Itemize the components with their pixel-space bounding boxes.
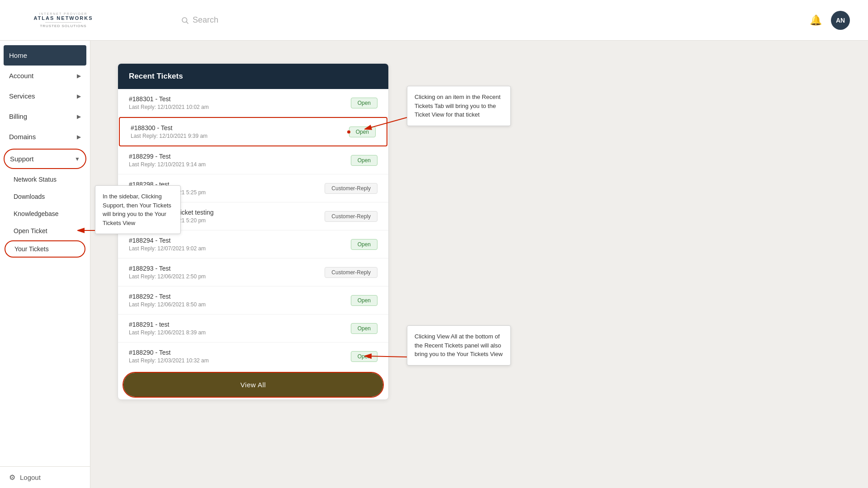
sidebar-domains-arrow: ▶ (77, 134, 81, 140)
ticket-row-0[interactable]: #188301 - Test Last Reply: 12/10/2021 10… (118, 89, 388, 117)
notification-bell-icon[interactable]: 🔔 (810, 14, 822, 26)
ticket-badge-5: Open (351, 239, 377, 250)
sidebar-home-label: Home (9, 52, 27, 59)
ticket-title-6: #188293 - Test (129, 265, 206, 272)
ticket-title-8: #188291 - test (129, 321, 206, 328)
sidebar-item-home[interactable]: Home (4, 45, 86, 66)
sidebar-open-ticket-label: Open Ticket (14, 227, 47, 235)
ticket-badge-2: Open (351, 155, 377, 166)
header: INTERNET PROVIDER ATLAS NETWORKS TRUSTED… (0, 0, 868, 41)
sidebar-downloads-label: Downloads (14, 193, 45, 200)
search-label: Search (193, 15, 218, 25)
sidebar-services-label: Services (9, 92, 35, 100)
sidebar-item-knowledgebase[interactable]: Knowledgebase (0, 205, 90, 222)
ticket-badge-3: Customer-Reply (325, 183, 377, 194)
logo: INTERNET PROVIDER ATLAS NETWORKS TRUSTED… (18, 12, 108, 28)
sidebar-item-downloads[interactable]: Downloads (0, 188, 90, 205)
sidebar-account-label: Account (9, 72, 33, 80)
annotation-ticket-view: Clicking on an item in the Recent Ticket… (407, 86, 511, 126)
sidebar-your-tickets-label: Your Tickets (14, 245, 49, 253)
sidebar-billing-arrow: ▶ (77, 113, 81, 120)
logo-tagline-top: INTERNET PROVIDER (39, 12, 87, 15)
view-all-oval: View All (123, 372, 384, 398)
ticket-badge-9: Open (351, 351, 377, 362)
sidebar-knowledgebase-label: Knowledgebase (14, 210, 59, 217)
sidebar-item-your-tickets[interactable]: Your Tickets (5, 240, 85, 258)
sidebar-support-arrow: ▼ (75, 156, 80, 162)
ticket-row-8[interactable]: #188291 - test Last Reply: 12/06/2021 8:… (118, 314, 388, 343)
annotation-sidebar-text: In the sidebar, Clicking Support, then Y… (103, 193, 171, 226)
annotation-view-all: Clicking View All at the bottom of the R… (407, 325, 511, 366)
ticket-reply-1: Last Reply: 12/10/2021 9:39 am (131, 133, 208, 139)
search-box[interactable]: Search (181, 15, 218, 25)
ticket-badge-7: Open (351, 295, 377, 306)
ticket-row-5[interactable]: #188294 - Test Last Reply: 12/07/2021 9:… (118, 230, 388, 258)
view-all-button[interactable]: View All (123, 373, 383, 397)
sidebar-network-status-label: Network Status (14, 176, 57, 183)
sidebar-services-arrow: ▶ (77, 93, 81, 99)
ticket-reply-5: Last Reply: 12/07/2021 9:02 am (129, 245, 206, 252)
sidebar-domains-label: Domains (9, 133, 36, 141)
logo-name: ATLAS NETWORKS (33, 15, 93, 21)
sidebar-item-network-status[interactable]: Network Status (0, 171, 90, 188)
ticket-reply-8: Last Reply: 12/06/2021 8:39 am (129, 329, 206, 336)
ticket-badge-1: Open (349, 127, 376, 137)
ticket-reply-2: Last Reply: 12/10/2021 9:14 am (129, 161, 206, 168)
tickets-panel-title: Recent Tickets (129, 72, 183, 80)
ticket-red-dot (347, 130, 350, 133)
ticket-badge-0: Open (351, 98, 377, 108)
annotation-view-all-text: Clicking View All at the bottom of the R… (415, 333, 503, 357)
ticket-row-7[interactable]: #188292 - Test Last Reply: 12/06/2021 8:… (118, 286, 388, 314)
sidebar-item-services[interactable]: Services ▶ (0, 86, 90, 106)
sidebar: Home Account ▶ Services ▶ Billing ▶ Doma… (0, 41, 90, 488)
sidebar-item-support[interactable]: Support ▼ (4, 149, 86, 169)
ticket-badge-8: Open (351, 323, 377, 334)
avatar[interactable]: AN (831, 11, 850, 30)
search-area[interactable]: Search (108, 15, 810, 25)
svg-point-0 (182, 18, 187, 23)
ticket-reply-7: Last Reply: 12/06/2021 8:50 am (129, 301, 206, 308)
ticket-title-0: #188301 - Test (129, 95, 209, 103)
ticket-row-6[interactable]: #188293 - Test Last Reply: 12/06/2021 2:… (118, 258, 388, 286)
ticket-title-1: #188300 - Test (131, 124, 208, 131)
sidebar-billing-label: Billing (9, 113, 27, 120)
sidebar-logout[interactable]: ⚙ Logout (0, 466, 90, 488)
sidebar-item-open-ticket[interactable]: Open Ticket (0, 222, 90, 239)
sidebar-account-arrow: ▶ (77, 73, 81, 79)
header-right: 🔔 AN (810, 11, 850, 30)
ticket-row-2[interactable]: #188299 - Test Last Reply: 12/10/2021 9:… (118, 146, 388, 174)
sidebar-item-domains[interactable]: Domains ▶ (0, 127, 90, 147)
search-icon (181, 16, 189, 24)
ticket-title-5: #188294 - Test (129, 237, 206, 244)
svg-line-1 (186, 22, 188, 23)
logo-tagline-bottom: TRUSTED SOLUTIONS (40, 24, 86, 28)
sidebar-item-account[interactable]: Account ▶ (0, 66, 90, 86)
ticket-badge-6: Customer-Reply (325, 267, 377, 278)
tickets-panel-header: Recent Tickets (118, 64, 388, 89)
sidebar-support-label: Support (10, 155, 34, 163)
logout-gear-icon: ⚙ (9, 473, 15, 482)
main-layout: Home Account ▶ Services ▶ Billing ▶ Doma… (0, 41, 868, 488)
sidebar-item-billing[interactable]: Billing ▶ (0, 106, 90, 127)
ticket-title-2: #188299 - Test (129, 153, 206, 160)
ticket-row-9[interactable]: #188290 - Test Last Reply: 12/03/2021 10… (118, 343, 388, 370)
content-area: Recent Tickets #188301 - Test Last Reply… (90, 41, 868, 488)
sidebar-logout-label: Logout (20, 474, 41, 481)
ticket-reply-6: Last Reply: 12/06/2021 2:50 pm (129, 273, 206, 280)
annotation-sidebar: In the sidebar, Clicking Support, then Y… (95, 185, 181, 234)
view-all-container: View All (118, 372, 388, 398)
logo-divider (45, 22, 81, 23)
ticket-reply-0: Last Reply: 12/10/2021 10:02 am (129, 104, 209, 110)
ticket-title-9: #188290 - Test (129, 349, 209, 356)
ticket-reply-9: Last Reply: 12/03/2021 10:32 am (129, 357, 209, 364)
ticket-title-7: #188292 - Test (129, 293, 206, 300)
annotation-ticket-view-text: Clicking on an item in the Recent Ticket… (415, 94, 500, 118)
ticket-badge-4: Customer-Reply (325, 211, 377, 222)
ticket-row-1[interactable]: #188300 - Test Last Reply: 12/10/2021 9:… (119, 117, 387, 146)
